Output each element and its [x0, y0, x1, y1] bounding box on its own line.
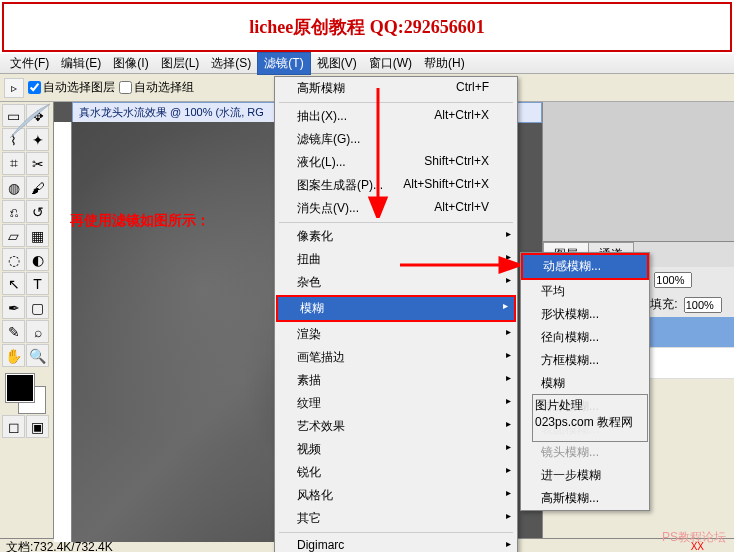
svg-marker-1	[370, 198, 386, 218]
auto-select-group-checkbox[interactable]: 自动选择组	[119, 79, 194, 96]
banner: lichee原创教程 QQ:292656601	[2, 2, 732, 52]
auto-select-layer-label: 自动选择图层	[43, 79, 115, 96]
menu-image[interactable]: 图像(I)	[107, 53, 154, 74]
note-bottom: XX	[691, 541, 704, 552]
wm-line1: 图片处理	[535, 397, 645, 414]
fill-input[interactable]	[684, 297, 722, 313]
history-brush-icon[interactable]: ↺	[26, 200, 49, 223]
notes-tool-icon[interactable]: ✎	[2, 320, 25, 343]
arrow-down-icon	[348, 88, 408, 218]
blur-blur[interactable]: 模糊	[521, 372, 649, 395]
eyedropper-tool-icon[interactable]: ⌕	[26, 320, 49, 343]
toolbox: ▭ ✥ ⌇ ✦ ⌗ ✂ ◍ 🖌 ⎌ ↺ ▱ ▦ ◌ ◐ ↖ T ✒ ▢ ✎ ⌕ …	[0, 102, 54, 538]
menu-filter[interactable]: 滤镜(T)	[257, 52, 310, 75]
menubar: 文件(F) 编辑(E) 图像(I) 图层(L) 选择(S) 滤镜(T) 视图(V…	[0, 54, 734, 74]
arrow-right-icon	[400, 255, 520, 275]
menu-help[interactable]: 帮助(H)	[418, 53, 471, 74]
crop-tool-icon[interactable]: ⌗	[2, 152, 25, 175]
screenmode-icon[interactable]: ▣	[26, 415, 49, 438]
pen-tool-icon[interactable]: ✒	[2, 296, 25, 319]
filter-artistic[interactable]: 艺术效果	[275, 415, 517, 438]
menu-file[interactable]: 文件(F)	[4, 53, 55, 74]
ruler-vertical	[54, 122, 72, 542]
filter-other[interactable]: 其它	[275, 507, 517, 530]
blur-box[interactable]: 方框模糊...	[521, 349, 649, 372]
auto-select-group-label: 自动选择组	[134, 79, 194, 96]
blur-gaussian[interactable]: 高斯模糊...	[521, 487, 649, 510]
filter-brushstrokes[interactable]: 画笔描边	[275, 346, 517, 369]
navigator-panel[interactable]	[543, 102, 734, 242]
blur-radial[interactable]: 径向模糊...	[521, 326, 649, 349]
blur-tool-icon[interactable]: ◌	[2, 248, 25, 271]
auto-select-layer-checkbox[interactable]: 自动选择图层	[28, 79, 115, 96]
blur-submenu: 动感模糊... 平均 形状模糊... 径向模糊... 方框模糊... 模糊 特殊…	[520, 252, 650, 511]
zoom-tool-icon[interactable]: 🔍	[26, 344, 49, 367]
watermark-box: 图片处理 023ps.com 教程网	[532, 394, 648, 442]
feather-icon	[0, 102, 56, 142]
hand-tool-icon[interactable]: ✋	[2, 344, 25, 367]
opacity-input[interactable]	[654, 272, 692, 288]
filter-texture[interactable]: 纹理	[275, 392, 517, 415]
type-tool-icon[interactable]: T	[26, 272, 49, 295]
filter-render[interactable]: 渲染	[275, 323, 517, 346]
filter-blur[interactable]: 模糊	[276, 295, 516, 322]
menu-layer[interactable]: 图层(L)	[155, 53, 206, 74]
quickmask-icon[interactable]: ◻	[2, 415, 25, 438]
shape-tool-icon[interactable]: ▢	[26, 296, 49, 319]
blur-motion[interactable]: 动感模糊...	[521, 253, 649, 280]
annotation-text: 再使用滤镜如图所示：	[70, 212, 210, 230]
menu-edit[interactable]: 编辑(E)	[55, 53, 107, 74]
move-tool-icon[interactable]: ▹	[4, 78, 24, 98]
color-swatches[interactable]	[2, 374, 50, 414]
blur-more[interactable]: 进一步模糊	[521, 464, 649, 487]
path-tool-icon[interactable]: ↖	[2, 272, 25, 295]
menu-window[interactable]: 窗口(W)	[363, 53, 418, 74]
gradient-tool-icon[interactable]: ▦	[26, 224, 49, 247]
banner-text: lichee原创教程 QQ:292656601	[249, 15, 484, 39]
filter-sharpen[interactable]: 锐化	[275, 461, 517, 484]
blur-shape[interactable]: 形状模糊...	[521, 303, 649, 326]
wm-line2: 023ps.com 教程网	[535, 414, 645, 431]
filter-digimarc[interactable]: Digimarc	[275, 535, 517, 552]
filter-stylize[interactable]: 风格化	[275, 484, 517, 507]
foreground-color-icon[interactable]	[6, 374, 34, 402]
menu-view[interactable]: 视图(V)	[311, 53, 363, 74]
blur-lens[interactable]: 镜头模糊...	[521, 441, 649, 464]
filter-sketch[interactable]: 素描	[275, 369, 517, 392]
filter-pixelate[interactable]: 像素化	[275, 225, 517, 248]
menu-select[interactable]: 选择(S)	[205, 53, 257, 74]
brush-tool-icon[interactable]: 🖌	[26, 176, 49, 199]
stamp-tool-icon[interactable]: ⎌	[2, 200, 25, 223]
heal-tool-icon[interactable]: ◍	[2, 176, 25, 199]
dodge-tool-icon[interactable]: ◐	[26, 248, 49, 271]
checkbox-icon[interactable]	[119, 81, 132, 94]
slice-tool-icon[interactable]: ✂	[26, 152, 49, 175]
fill-label: 填充:	[650, 296, 677, 313]
svg-marker-3	[500, 258, 520, 272]
blur-average[interactable]: 平均	[521, 280, 649, 303]
checkbox-icon[interactable]	[28, 81, 41, 94]
filter-video[interactable]: 视频	[275, 438, 517, 461]
eraser-tool-icon[interactable]: ▱	[2, 224, 25, 247]
